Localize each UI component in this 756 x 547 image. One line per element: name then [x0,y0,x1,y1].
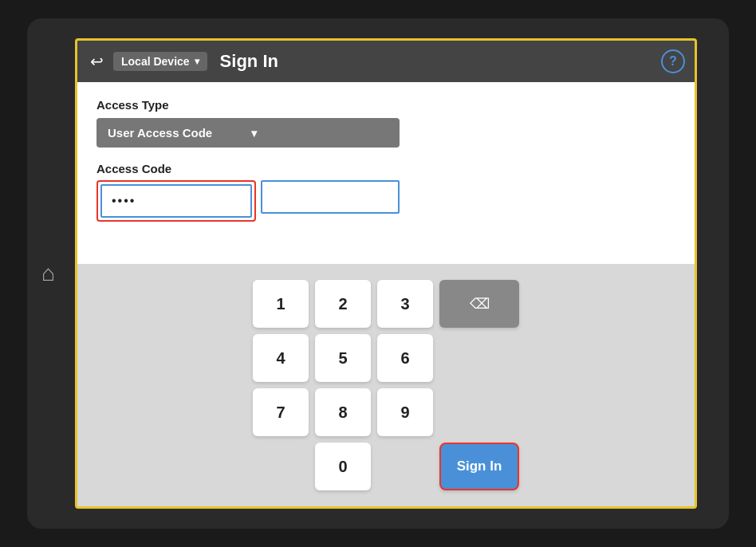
key-8[interactable]: 8 [315,388,371,436]
access-type-label: Access Type [96,98,675,112]
empty-cell-4 [377,443,433,490]
access-code-section: Access Code [96,162,675,222]
home-icon: ⌂ [41,261,55,286]
key-7[interactable]: 7 [253,388,309,436]
empty-cell-3 [253,443,309,490]
key-2[interactable]: 2 [315,280,371,328]
access-code-label: Access Code [96,162,675,175]
sign-in-button[interactable]: Sign In [439,443,519,490]
device-selector-chevron: ▾ [195,56,199,67]
key-5[interactable]: 5 [315,334,371,382]
help-button[interactable]: ? [661,49,685,73]
key-4[interactable]: 4 [253,334,309,382]
access-code-input-highlight [96,180,256,222]
device-selector[interactable]: Local Device ▾ [113,52,207,71]
main-content: Access Type User Access Code ▾ Access Co… [77,82,695,506]
empty-cell-2 [451,388,507,436]
access-type-value: User Access Code [108,126,245,140]
backspace-button[interactable]: ⌫ [439,280,519,328]
form-area: Access Type User Access Code ▾ Access Co… [77,82,695,234]
key-0[interactable]: 0 [315,443,371,490]
key-9[interactable]: 9 [377,388,433,436]
empty-cell-1 [451,334,507,382]
sign-in-label: Sign In [457,458,502,474]
access-code-extended-input[interactable] [261,180,400,214]
screen: ↩ Local Device ▾ Sign In ? Access Type U… [75,38,697,509]
access-code-input[interactable] [100,184,252,218]
keypad-grid: 1 2 3 ⌫ 4 5 6 7 8 9 [253,280,519,490]
key-6[interactable]: 6 [377,334,433,382]
input-row [96,180,400,222]
home-button[interactable]: ⌂ [41,261,55,286]
key-3[interactable]: 3 [377,280,433,328]
keypad-area: 1 2 3 ⌫ 4 5 6 7 8 9 [77,264,695,506]
access-type-chevron: ▾ [251,127,388,140]
content-spacer [77,234,695,264]
key-1[interactable]: 1 [253,280,309,328]
page-title: Sign In [220,51,655,72]
device-frame: ⌂ ↩ Local Device ▾ Sign In ? Access Type… [27,18,729,529]
back-button[interactable]: ↩ [87,49,107,74]
access-type-select[interactable]: User Access Code ▾ [96,118,400,148]
backspace-icon: ⌫ [470,295,490,313]
header-bar: ↩ Local Device ▾ Sign In ? [77,41,695,82]
device-selector-label: Local Device [121,55,190,68]
